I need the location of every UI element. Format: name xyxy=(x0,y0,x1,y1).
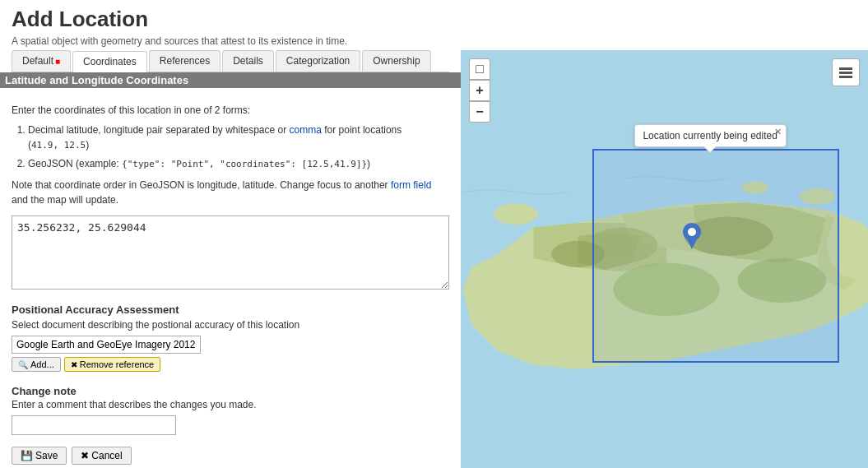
reference-input[interactable] xyxy=(12,336,201,354)
content-area: Enter the coordinates of this location i… xyxy=(12,96,449,468)
page-header: Add Location A spatial object with geome… xyxy=(0,0,868,50)
left-panel: Default■ Coordinates References Details … xyxy=(0,50,461,468)
positional-accuracy-desc: Select document describing the postional… xyxy=(12,319,449,331)
page-title: Add Location xyxy=(12,7,856,32)
tabs-bar: Default■ Coordinates References Details … xyxy=(12,50,449,72)
save-button[interactable]: 💾 Save xyxy=(12,447,67,465)
save-icon: 💾 xyxy=(21,450,33,461)
tab-coordinates[interactable]: Coordinates xyxy=(72,51,147,72)
map-pin xyxy=(683,223,701,252)
map-zoom-out-button[interactable]: − xyxy=(469,101,490,123)
tab-default[interactable]: Default■ xyxy=(12,50,71,72)
geojson-example: {"type": "Point", "coordinates": [12.5,4… xyxy=(122,159,367,169)
map-controls: □ + − xyxy=(469,58,490,123)
layers-icon xyxy=(838,64,854,81)
change-note-desc: Enter a comment that describes the chang… xyxy=(12,399,449,410)
instructions-list: Decimal latitude, longitude pair separat… xyxy=(28,123,449,171)
map-panel: □ + − ✕ L xyxy=(461,50,868,468)
tab-details[interactable]: Details xyxy=(222,50,274,72)
positional-accuracy-title: Positional Accuracy Assessment xyxy=(12,304,449,316)
svg-point-23 xyxy=(688,228,696,236)
change-note-title: Change note xyxy=(12,385,449,397)
map-zoom-in-button[interactable]: + xyxy=(469,80,490,101)
form-actions: 💾 Save ✖ Cancel xyxy=(12,447,449,465)
instruction-intro: Enter the coordinates of this location i… xyxy=(12,104,449,116)
coordinates-input[interactable]: 35.256232, 25.629044 xyxy=(12,215,449,290)
location-pin-icon xyxy=(683,223,701,249)
svg-rect-2 xyxy=(461,387,868,468)
svg-rect-21 xyxy=(839,76,852,78)
map-tooltip: ✕ Location currently being edited xyxy=(634,124,786,147)
instruction-item-2: GeoJSON (example: {"type": "Point", "coo… xyxy=(28,156,449,172)
tab-ownership[interactable]: Ownership xyxy=(362,50,430,72)
section-title: Latitude and Longitude Coordinates xyxy=(0,72,461,88)
comma-link[interactable]: comma xyxy=(290,124,322,136)
instruction-item-1: Decimal latitude, longitude pair separat… xyxy=(28,123,449,153)
map-selection-box xyxy=(592,149,839,363)
note-text: Note that coordinate order in GeoJSON is… xyxy=(12,178,449,207)
change-note-input[interactable] xyxy=(12,415,176,435)
remove-icon: ✖ xyxy=(71,360,77,369)
tab-dot: ■ xyxy=(55,57,60,66)
remove-reference-button[interactable]: ✖ Remove reference xyxy=(64,357,161,372)
example-1: (41.9, 12.5) xyxy=(28,139,89,151)
svg-rect-19 xyxy=(839,67,852,70)
reference-buttons: 🔍 Add... ✖ Remove reference xyxy=(12,357,449,372)
svg-marker-24 xyxy=(686,238,698,249)
cancel-button[interactable]: ✖ Cancel xyxy=(72,447,131,465)
cancel-icon: ✖ xyxy=(81,450,89,461)
main-content: Default■ Coordinates References Details … xyxy=(0,50,868,468)
map-square-button[interactable]: □ xyxy=(469,58,490,80)
tab-references[interactable]: References xyxy=(149,50,220,72)
tooltip-close-button[interactable]: ✕ xyxy=(774,127,782,137)
tab-categorization[interactable]: Categorization xyxy=(276,50,360,72)
add-reference-button[interactable]: 🔍 Add... xyxy=(12,357,61,372)
svg-rect-20 xyxy=(839,72,852,74)
form-field-link[interactable]: form field xyxy=(391,179,431,191)
page-subtitle: A spatial object with geometry and sourc… xyxy=(12,35,856,47)
change-note-section: Change note Enter a comment that describ… xyxy=(12,385,449,435)
map-layers-button[interactable] xyxy=(832,58,860,86)
search-icon: 🔍 xyxy=(18,360,28,369)
svg-point-13 xyxy=(494,203,538,225)
